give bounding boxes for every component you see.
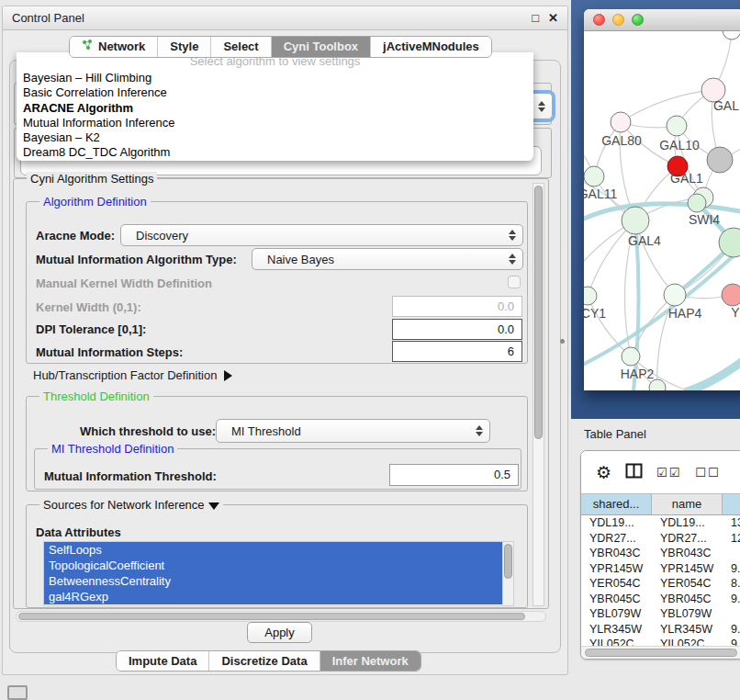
network-node-GAL10[interactable] — [667, 116, 687, 136]
combo-stepper-icon — [509, 230, 516, 241]
kernel-width-input[interactable]: 0.0 — [392, 296, 522, 317]
table-row[interactable]: YLR345WYLR345W9. — [581, 622, 740, 638]
gear-icon[interactable]: ⚙ — [596, 462, 611, 482]
tab-select[interactable]: Select — [210, 37, 270, 57]
data-attribute-item[interactable]: TopologicalCoefficient — [44, 558, 513, 573]
network-edge[interactable] — [621, 90, 713, 122]
data-attribute-item[interactable]: BetweennessCentrality — [44, 573, 513, 589]
dpi-tolerance-input[interactable]: 0.0 — [392, 319, 522, 340]
network-node-gray-node[interactable] — [707, 147, 733, 173]
attributes-scrollbar[interactable] — [502, 542, 513, 605]
network-node-label: GAL80 — [601, 133, 642, 148]
split-columns-icon[interactable] — [625, 463, 643, 481]
algorithm-option[interactable]: Bayesian – Hill Climbing — [17, 71, 533, 85]
algorithm-option[interactable]: Dream8 DC_TDC Algorithm — [17, 145, 533, 160]
column-header-partial[interactable] — [723, 494, 740, 514]
tab-jactivemnodules[interactable]: jActiveMNodules — [370, 37, 491, 57]
column-header-shared-name[interactable]: shared... — [581, 494, 652, 514]
collapse-down-icon — [208, 502, 219, 510]
zoom-window-icon[interactable] — [632, 14, 644, 26]
select-all-checks-icon[interactable]: ☑☑ — [656, 466, 681, 480]
column-header-name[interactable]: name — [652, 494, 723, 514]
network-view-window[interactable]: GALGAL80GAL10GAL1GAL11SWI4GAL4GCY1HAP4YH… — [584, 9, 740, 390]
network-node-label: GAL4 — [628, 233, 661, 248]
algorithm-dropdown-popup: Select algorithm to view settings Bayesi… — [17, 52, 533, 161]
tab-network[interactable]: Network — [70, 37, 157, 57]
aracne-mode-select[interactable]: Discovery — [120, 224, 523, 246]
table-row[interactable]: YER054CYER054C8. — [581, 576, 740, 592]
table-row[interactable]: YDR27...YDR27...12 — [581, 531, 740, 547]
network-node-top-circle[interactable] — [723, 31, 740, 40]
mi-threshold-input[interactable]: 0.5 — [389, 464, 519, 486]
data-attribute-item[interactable]: SelfLoops — [44, 542, 513, 558]
algorithm-option[interactable]: Basic Correlation Inference — [17, 85, 533, 100]
tab-impute-data[interactable]: Impute Data — [117, 651, 208, 671]
minimized-panel-icon[interactable] — [7, 685, 28, 700]
network-window-titlebar — [584, 9, 740, 31]
network-node-HAP4[interactable] — [664, 284, 686, 306]
apply-button[interactable]: Apply — [247, 622, 312, 643]
sources-groupbox: Sources for Network Inference Data Attri… — [26, 504, 528, 608]
network-node-GCY1[interactable] — [584, 287, 597, 305]
data-attributes-list[interactable]: SelfLoopsTopologicalCoefficientBetweenne… — [43, 541, 514, 606]
manual-kernel-width-checkbox[interactable] — [508, 276, 521, 288]
control-panel: Control Panel □ ✕ Network Style Select C… — [2, 6, 568, 675]
network-node-HAP2[interactable] — [622, 347, 640, 366]
hub-definition-expander[interactable]: Hub/Transcription Factor Definition — [33, 368, 232, 382]
manual-kernel-width-label: Manual Kernel Width Definition — [36, 277, 212, 290]
sources-title[interactable]: Sources for Network Inference — [39, 498, 223, 512]
network-edge-highlighted[interactable] — [685, 348, 740, 390]
close-window-icon[interactable] — [593, 14, 605, 26]
network-edge-highlighted[interactable] — [584, 250, 740, 367]
data-attribute-item[interactable]: gal4RGexp — [44, 589, 513, 604]
tab-infer-network[interactable]: Infer Network — [320, 651, 420, 671]
table-cell: YER054C — [581, 576, 652, 592]
table-row[interactable]: YBL079WYBL079W — [581, 606, 740, 622]
table-cell: 9. — [723, 622, 740, 638]
table-cell: YDL19... — [581, 515, 652, 531]
mi-steps-label: Mutual Information Steps: — [36, 345, 183, 359]
table-cell: YPR145W — [581, 561, 652, 577]
table-row[interactable]: YPR145WYPR145W9. — [581, 561, 740, 577]
algorithm-option[interactable]: Mutual Information Inference — [17, 116, 533, 130]
network-tab-icon — [82, 37, 94, 57]
table-horizontal-scrollbar[interactable] — [581, 646, 740, 659]
network-node-SWI4[interactable] — [688, 194, 706, 212]
mi-steps-input[interactable]: 6 — [392, 341, 522, 362]
table-cell — [723, 606, 740, 622]
network-node-GAL4[interactable] — [622, 207, 649, 234]
float-panel-icon[interactable]: □ — [532, 6, 539, 30]
expand-right-icon — [224, 370, 232, 381]
tab-style[interactable]: Style — [157, 37, 210, 57]
table-toolbar: ⚙ ☑☑ ☐☐ — [581, 451, 740, 493]
tab-discretize-data[interactable]: Discretize Data — [208, 651, 319, 671]
table-row[interactable]: YBR043CYBR043C — [581, 546, 740, 561]
which-threshold-select[interactable]: MI Threshold — [216, 419, 490, 443]
tab-cyni-toolbox[interactable]: Cyni Toolbox — [271, 37, 370, 57]
network-node-GAL11[interactable] — [584, 166, 604, 186]
network-node-label: GAL — [713, 98, 739, 113]
settings-vertical-scrollbar[interactable] — [533, 183, 544, 606]
mi-algorithm-type-select[interactable]: Naive Bayes — [252, 248, 523, 270]
network-node-label: SWI4 — [689, 212, 720, 227]
minimize-window-icon[interactable] — [612, 14, 624, 26]
mi-threshold-group-title: MI Threshold Definition — [48, 442, 177, 456]
deselect-all-checks-icon[interactable]: ☐☐ — [695, 466, 720, 480]
settings-horizontal-scrollbar[interactable] — [16, 611, 546, 622]
table-row[interactable]: YDL19...YDL19...13 — [581, 515, 740, 531]
table-cell: YPR145W — [652, 561, 723, 577]
algorithm-option[interactable]: Bayesian – K2 — [17, 130, 533, 145]
algorithm-option[interactable]: ARACNE Algorithm — [17, 101, 533, 116]
network-node-Y[interactable] — [722, 284, 740, 306]
settings-group-title: Cyni Algorithm Settings — [27, 172, 157, 186]
panel-splitter-handle[interactable] — [560, 339, 565, 344]
network-node-GAL80[interactable] — [611, 112, 631, 132]
table-header-row: shared... name — [581, 493, 740, 515]
network-node-label: GAL10 — [659, 138, 700, 152]
close-panel-icon[interactable]: ✕ — [548, 6, 558, 30]
table-row[interactable]: YBR045CYBR045C9. — [581, 592, 740, 607]
network-canvas[interactable]: GALGAL80GAL10GAL1GAL11SWI4GAL4GCY1HAP4YH… — [584, 31, 740, 390]
table-cell: YLR345W — [652, 622, 723, 638]
table-cell: YBL079W — [652, 606, 723, 622]
control-panel-title: Control Panel — [12, 11, 84, 25]
